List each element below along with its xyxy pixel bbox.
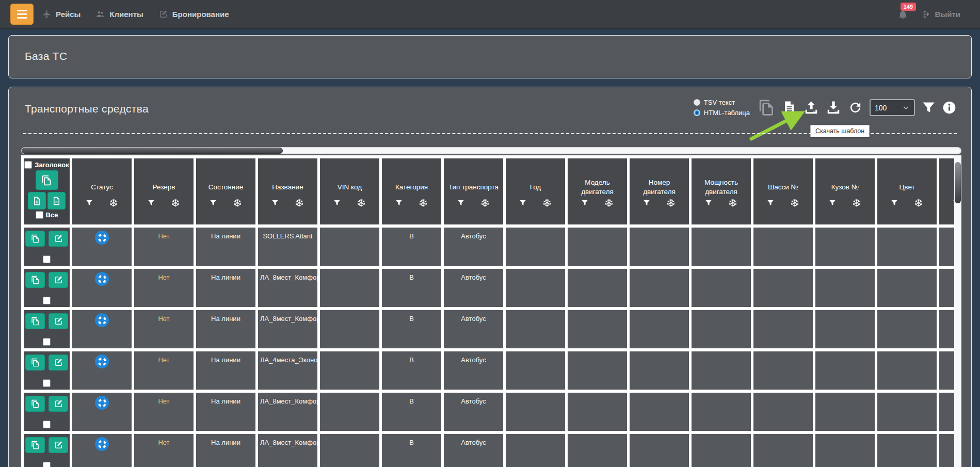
refresh-button[interactable] xyxy=(848,100,863,115)
row-checkbox[interactable] xyxy=(43,421,51,428)
data-cell: В xyxy=(382,269,441,307)
row-checkbox[interactable] xyxy=(43,297,51,304)
row-checkbox[interactable] xyxy=(43,255,51,263)
column-freeze-icon[interactable] xyxy=(109,198,118,207)
menu-button[interactable] xyxy=(10,4,34,25)
edit-row-button[interactable] xyxy=(49,437,68,453)
vertical-scrollbar[interactable] xyxy=(954,155,961,467)
download-button[interactable] xyxy=(826,100,841,116)
page-size-select[interactable]: 100 xyxy=(870,99,915,116)
logout-button[interactable]: Выйти xyxy=(922,10,960,19)
select-all-checkbox[interactable] xyxy=(36,211,43,219)
data-cell xyxy=(568,351,627,390)
column-freeze-icon[interactable] xyxy=(480,198,490,207)
column-filter-icon[interactable] xyxy=(148,199,155,207)
column-filter-icon[interactable] xyxy=(581,199,588,207)
column-freeze-icon[interactable] xyxy=(419,198,428,207)
row-checkbox[interactable] xyxy=(43,338,51,346)
copy-row-button[interactable] xyxy=(25,396,45,412)
data-cell: На линии xyxy=(196,434,255,467)
status-icon[interactable] xyxy=(95,437,109,451)
column-freeze-icon[interactable] xyxy=(233,198,242,207)
column-freeze-icon[interactable] xyxy=(666,198,676,207)
row-checkbox[interactable] xyxy=(43,462,51,467)
edit-row-button[interactable] xyxy=(49,313,68,329)
remove-rows-button[interactable] xyxy=(47,192,66,210)
table-toolbar: TSV текстHTML-таблица 100 xyxy=(694,99,956,117)
copy-all-button[interactable] xyxy=(36,170,58,190)
column-filter-icon[interactable] xyxy=(519,199,526,207)
column-filter-icon[interactable] xyxy=(705,199,712,207)
radio-icon[interactable] xyxy=(694,109,700,116)
nav-item-label: Клиенты xyxy=(109,10,143,19)
copy-row-button[interactable] xyxy=(25,313,45,329)
header-checkbox[interactable] xyxy=(24,161,32,169)
navbar-right: 149 Выйти xyxy=(898,9,960,20)
column-freeze-icon[interactable] xyxy=(357,198,366,207)
info-button[interactable] xyxy=(942,101,956,115)
header-checkbox-row[interactable]: Заголовок xyxy=(24,161,69,169)
copy-table-button[interactable] xyxy=(758,99,775,116)
status-icon[interactable] xyxy=(95,396,109,410)
column-filter-icon[interactable] xyxy=(891,199,898,207)
copy-row-button[interactable] xyxy=(25,355,45,371)
column-header-label: Модель двигателя xyxy=(568,178,626,197)
copy-row-button[interactable] xyxy=(25,272,45,288)
notifications-badge: 149 xyxy=(901,3,916,11)
data-cell xyxy=(568,393,627,431)
data-cell: Нет xyxy=(134,351,194,390)
page-size-value: 100 xyxy=(875,104,887,112)
app-viewport: РейсыКлиентыБронирование 149 Выйти База … xyxy=(0,0,980,467)
column-filter-icon[interactable] xyxy=(767,199,774,207)
column-freeze-icon[interactable] xyxy=(790,198,799,207)
data-cell: На линии xyxy=(196,228,255,266)
horizontal-scrollbar-thumb[interactable] xyxy=(22,148,283,154)
column-freeze-icon[interactable] xyxy=(852,198,861,207)
column-freeze-icon[interactable] xyxy=(171,198,180,207)
data-cell xyxy=(506,228,565,266)
vertical-scrollbar-thumb[interactable] xyxy=(955,162,961,203)
data-cell xyxy=(877,393,937,431)
notifications-button[interactable]: 149 xyxy=(898,9,908,20)
column-freeze-icon[interactable] xyxy=(542,198,552,207)
status-icon[interactable] xyxy=(95,313,109,327)
nav-item[interactable]: Рейсы xyxy=(42,10,81,19)
filter-button[interactable] xyxy=(922,101,936,115)
column-filter-icon[interactable] xyxy=(333,199,341,207)
column-filter-icon[interactable] xyxy=(271,199,279,207)
column-freeze-icon[interactable] xyxy=(604,198,614,207)
column-filter-icon[interactable] xyxy=(829,199,836,207)
column-filter-icon[interactable] xyxy=(395,199,403,207)
column-filter-icon[interactable] xyxy=(643,199,650,207)
add-rows-button[interactable] xyxy=(28,192,46,210)
download-template-button[interactable] xyxy=(782,100,797,116)
status-icon[interactable] xyxy=(95,231,109,245)
column-filter-icon[interactable] xyxy=(86,199,93,207)
column-freeze-icon[interactable] xyxy=(295,198,304,207)
nav-item[interactable]: Бронирование xyxy=(159,10,229,19)
column-freeze-icon[interactable] xyxy=(728,198,737,207)
column-freeze-icon[interactable] xyxy=(914,198,923,207)
select-all-row[interactable]: Все xyxy=(24,211,69,219)
upload-button[interactable] xyxy=(804,100,819,116)
edit-row-button[interactable] xyxy=(49,396,68,412)
column-header-label: Номер двигателя xyxy=(630,178,688,197)
radio-option[interactable]: HTML-таблица xyxy=(694,109,750,117)
edit-row-button[interactable] xyxy=(49,272,68,288)
status-icon[interactable] xyxy=(95,272,109,286)
column-filter-icon[interactable] xyxy=(210,199,217,207)
column-filter-icon[interactable] xyxy=(457,199,464,207)
edit-row-button[interactable] xyxy=(49,231,68,247)
radio-option[interactable]: TSV текст xyxy=(694,99,750,106)
data-cell xyxy=(630,310,689,348)
copy-row-button[interactable] xyxy=(25,231,45,247)
data-cell: Нет xyxy=(134,269,194,307)
horizontal-scrollbar[interactable] xyxy=(21,147,961,154)
edit-row-button[interactable] xyxy=(49,355,68,371)
header-checkbox-label: Заголовок xyxy=(35,161,69,169)
radio-icon[interactable] xyxy=(694,99,700,106)
copy-row-button[interactable] xyxy=(25,437,45,453)
nav-item[interactable]: Клиенты xyxy=(96,10,143,19)
status-icon[interactable] xyxy=(95,355,109,368)
row-checkbox[interactable] xyxy=(43,379,51,387)
